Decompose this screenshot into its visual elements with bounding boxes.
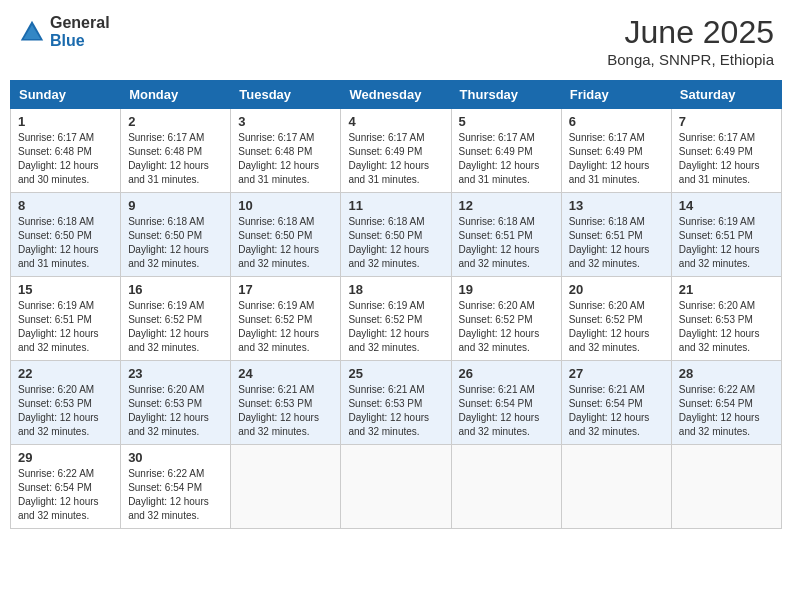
day-info: Sunrise: 6:19 AM Sunset: 6:52 PM Dayligh… (238, 299, 333, 355)
calendar-week-row: 29Sunrise: 6:22 AM Sunset: 6:54 PM Dayli… (11, 445, 782, 529)
day-info: Sunrise: 6:19 AM Sunset: 6:52 PM Dayligh… (348, 299, 443, 355)
calendar-cell: 16Sunrise: 6:19 AM Sunset: 6:52 PM Dayli… (121, 277, 231, 361)
header-thursday: Thursday (451, 81, 561, 109)
header-tuesday: Tuesday (231, 81, 341, 109)
calendar-cell: 1Sunrise: 6:17 AM Sunset: 6:48 PM Daylig… (11, 109, 121, 193)
header-sunday: Sunday (11, 81, 121, 109)
calendar-cell: 3Sunrise: 6:17 AM Sunset: 6:48 PM Daylig… (231, 109, 341, 193)
calendar-cell: 19Sunrise: 6:20 AM Sunset: 6:52 PM Dayli… (451, 277, 561, 361)
day-info: Sunrise: 6:18 AM Sunset: 6:51 PM Dayligh… (459, 215, 554, 271)
calendar-cell: 5Sunrise: 6:17 AM Sunset: 6:49 PM Daylig… (451, 109, 561, 193)
calendar-cell: 25Sunrise: 6:21 AM Sunset: 6:53 PM Dayli… (341, 361, 451, 445)
day-info: Sunrise: 6:17 AM Sunset: 6:49 PM Dayligh… (679, 131, 774, 187)
header-wednesday: Wednesday (341, 81, 451, 109)
month-title: June 2025 (607, 14, 774, 51)
calendar-cell: 20Sunrise: 6:20 AM Sunset: 6:52 PM Dayli… (561, 277, 671, 361)
day-info: Sunrise: 6:17 AM Sunset: 6:49 PM Dayligh… (459, 131, 554, 187)
calendar-cell: 2Sunrise: 6:17 AM Sunset: 6:48 PM Daylig… (121, 109, 231, 193)
calendar-cell: 11Sunrise: 6:18 AM Sunset: 6:50 PM Dayli… (341, 193, 451, 277)
location-title: Bonga, SNNPR, Ethiopia (607, 51, 774, 68)
day-info: Sunrise: 6:21 AM Sunset: 6:54 PM Dayligh… (569, 383, 664, 439)
header-friday: Friday (561, 81, 671, 109)
calendar-table: SundayMondayTuesdayWednesdayThursdayFrid… (10, 80, 782, 529)
day-number: 9 (128, 198, 223, 213)
day-info: Sunrise: 6:18 AM Sunset: 6:50 PM Dayligh… (18, 215, 113, 271)
calendar-cell: 21Sunrise: 6:20 AM Sunset: 6:53 PM Dayli… (671, 277, 781, 361)
day-info: Sunrise: 6:22 AM Sunset: 6:54 PM Dayligh… (18, 467, 113, 523)
day-info: Sunrise: 6:17 AM Sunset: 6:48 PM Dayligh… (18, 131, 113, 187)
day-number: 25 (348, 366, 443, 381)
day-number: 28 (679, 366, 774, 381)
calendar-cell (561, 445, 671, 529)
day-number: 27 (569, 366, 664, 381)
logo: General Blue (18, 14, 110, 49)
calendar-cell (231, 445, 341, 529)
header-monday: Monday (121, 81, 231, 109)
calendar-cell: 30Sunrise: 6:22 AM Sunset: 6:54 PM Dayli… (121, 445, 231, 529)
day-info: Sunrise: 6:17 AM Sunset: 6:49 PM Dayligh… (348, 131, 443, 187)
day-number: 19 (459, 282, 554, 297)
day-info: Sunrise: 6:18 AM Sunset: 6:51 PM Dayligh… (569, 215, 664, 271)
day-info: Sunrise: 6:17 AM Sunset: 6:49 PM Dayligh… (569, 131, 664, 187)
day-info: Sunrise: 6:21 AM Sunset: 6:53 PM Dayligh… (238, 383, 333, 439)
logo-text: General Blue (50, 14, 110, 49)
calendar-cell: 23Sunrise: 6:20 AM Sunset: 6:53 PM Dayli… (121, 361, 231, 445)
day-number: 22 (18, 366, 113, 381)
logo-icon (18, 18, 46, 46)
calendar-cell: 8Sunrise: 6:18 AM Sunset: 6:50 PM Daylig… (11, 193, 121, 277)
calendar-cell: 7Sunrise: 6:17 AM Sunset: 6:49 PM Daylig… (671, 109, 781, 193)
day-info: Sunrise: 6:22 AM Sunset: 6:54 PM Dayligh… (679, 383, 774, 439)
day-number: 26 (459, 366, 554, 381)
day-number: 20 (569, 282, 664, 297)
day-number: 6 (569, 114, 664, 129)
title-block: June 2025 Bonga, SNNPR, Ethiopia (607, 14, 774, 68)
calendar-cell: 27Sunrise: 6:21 AM Sunset: 6:54 PM Dayli… (561, 361, 671, 445)
day-number: 1 (18, 114, 113, 129)
calendar-cell (451, 445, 561, 529)
day-info: Sunrise: 6:20 AM Sunset: 6:52 PM Dayligh… (459, 299, 554, 355)
calendar-cell (671, 445, 781, 529)
header-saturday: Saturday (671, 81, 781, 109)
calendar-cell: 28Sunrise: 6:22 AM Sunset: 6:54 PM Dayli… (671, 361, 781, 445)
day-info: Sunrise: 6:21 AM Sunset: 6:54 PM Dayligh… (459, 383, 554, 439)
calendar-cell: 18Sunrise: 6:19 AM Sunset: 6:52 PM Dayli… (341, 277, 451, 361)
day-number: 30 (128, 450, 223, 465)
day-number: 10 (238, 198, 333, 213)
day-number: 8 (18, 198, 113, 213)
calendar-cell: 22Sunrise: 6:20 AM Sunset: 6:53 PM Dayli… (11, 361, 121, 445)
day-number: 15 (18, 282, 113, 297)
day-number: 18 (348, 282, 443, 297)
calendar-cell: 14Sunrise: 6:19 AM Sunset: 6:51 PM Dayli… (671, 193, 781, 277)
logo-blue: Blue (50, 32, 110, 50)
day-info: Sunrise: 6:19 AM Sunset: 6:51 PM Dayligh… (679, 215, 774, 271)
day-info: Sunrise: 6:20 AM Sunset: 6:53 PM Dayligh… (679, 299, 774, 355)
calendar-cell: 4Sunrise: 6:17 AM Sunset: 6:49 PM Daylig… (341, 109, 451, 193)
day-number: 7 (679, 114, 774, 129)
calendar-cell (341, 445, 451, 529)
day-info: Sunrise: 6:17 AM Sunset: 6:48 PM Dayligh… (238, 131, 333, 187)
day-number: 3 (238, 114, 333, 129)
day-number: 23 (128, 366, 223, 381)
day-info: Sunrise: 6:22 AM Sunset: 6:54 PM Dayligh… (128, 467, 223, 523)
calendar-cell: 29Sunrise: 6:22 AM Sunset: 6:54 PM Dayli… (11, 445, 121, 529)
calendar-cell: 17Sunrise: 6:19 AM Sunset: 6:52 PM Dayli… (231, 277, 341, 361)
day-info: Sunrise: 6:19 AM Sunset: 6:51 PM Dayligh… (18, 299, 113, 355)
day-info: Sunrise: 6:21 AM Sunset: 6:53 PM Dayligh… (348, 383, 443, 439)
calendar-cell: 13Sunrise: 6:18 AM Sunset: 6:51 PM Dayli… (561, 193, 671, 277)
day-info: Sunrise: 6:17 AM Sunset: 6:48 PM Dayligh… (128, 131, 223, 187)
day-number: 17 (238, 282, 333, 297)
calendar-header-row: SundayMondayTuesdayWednesdayThursdayFrid… (11, 81, 782, 109)
calendar-week-row: 1Sunrise: 6:17 AM Sunset: 6:48 PM Daylig… (11, 109, 782, 193)
day-info: Sunrise: 6:18 AM Sunset: 6:50 PM Dayligh… (348, 215, 443, 271)
page-header: General Blue June 2025 Bonga, SNNPR, Eth… (10, 10, 782, 72)
day-number: 29 (18, 450, 113, 465)
day-number: 4 (348, 114, 443, 129)
day-number: 16 (128, 282, 223, 297)
calendar-week-row: 8Sunrise: 6:18 AM Sunset: 6:50 PM Daylig… (11, 193, 782, 277)
calendar-cell: 12Sunrise: 6:18 AM Sunset: 6:51 PM Dayli… (451, 193, 561, 277)
calendar-cell: 9Sunrise: 6:18 AM Sunset: 6:50 PM Daylig… (121, 193, 231, 277)
day-number: 5 (459, 114, 554, 129)
calendar-cell: 15Sunrise: 6:19 AM Sunset: 6:51 PM Dayli… (11, 277, 121, 361)
day-number: 11 (348, 198, 443, 213)
day-number: 21 (679, 282, 774, 297)
